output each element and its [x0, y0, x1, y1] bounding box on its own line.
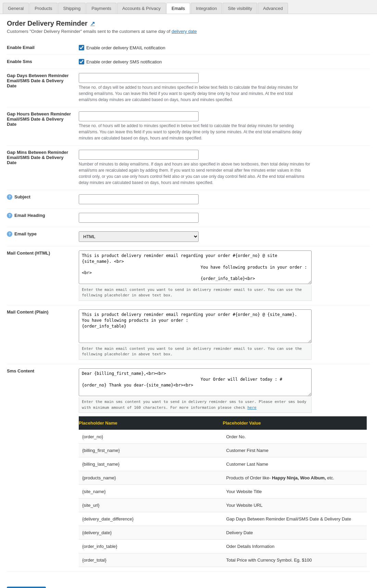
- tab-products[interactable]: Products: [29, 3, 57, 14]
- placeholder-value-cell: Customer Last Name: [223, 457, 367, 471]
- sms-content-desc-text: Enter the main sms content you want to s…: [82, 400, 306, 410]
- enable-email-checkbox-text: Enable order delivery EMAIL notification: [86, 45, 165, 50]
- mail-content-plain-textarea[interactable]: This is product delivery reminder email …: [79, 309, 312, 343]
- page-title-link[interactable]: ↗: [90, 20, 95, 27]
- placeholder-name-cell: {site_name}: [79, 485, 223, 499]
- gap-days-cell: 2 These no. of days will be added to hou…: [75, 69, 370, 107]
- placeholder-value-cell: Order No.: [223, 430, 367, 444]
- subject-help-icon[interactable]: ?: [7, 194, 12, 200]
- page-content: Order Delivery Reminder ↗ Customers "Ord…: [0, 14, 377, 577]
- enable-sms-cell: Enable order delivery SMS notification: [75, 55, 370, 69]
- settings-page: GeneralProductsShippingPaymentsAccounts …: [0, 0, 377, 588]
- placeholder-row: {billing_first_name}Customer First Name: [79, 444, 367, 457]
- placeholder-name-cell: {delivery_date}: [79, 526, 223, 540]
- email-type-cell: HTML Plain text Multipart: [75, 227, 370, 246]
- gap-mins-description: Number of minutes to delay email/sms. If…: [79, 161, 312, 186]
- mail-content-plain-label: Mail Content (Plain): [7, 305, 75, 364]
- placeholder-table: Placeholder Name Placeholder Value {orde…: [79, 416, 367, 567]
- email-type-row: ? Email type HTML Plain text Multipart: [7, 227, 370, 246]
- tab-shipping[interactable]: Shipping: [58, 3, 86, 14]
- placeholder-value-cell: Your Website URL: [223, 499, 367, 512]
- enable-sms-label: Enable Sms: [7, 55, 75, 69]
- enable-sms-checkbox-label[interactable]: Enable order delivery SMS notification: [79, 59, 367, 64]
- enable-email-row: Enable Email Enable order delivery EMAIL…: [7, 41, 370, 55]
- gap-mins-row: Gap Mins Between Reminder Email/SMS Date…: [7, 146, 370, 190]
- mail-content-html-desc: Enter the main email content you want to…: [79, 285, 312, 301]
- sms-content-desc: Enter the main sms content you want to s…: [79, 397, 312, 413]
- sms-content-textarea[interactable]: Dear {billing_first_name},<br><br> Your …: [79, 368, 312, 396]
- enable-email-checkbox[interactable]: [79, 45, 84, 50]
- enable-sms-checkbox-text: Enable order delivery SMS notification: [86, 59, 162, 64]
- gap-days-row: Gap Days Between Reminder Email/SMS Date…: [7, 69, 370, 107]
- email-heading-input[interactable]: Product Delivery Reminder: [79, 213, 199, 223]
- subtitle-link[interactable]: delivery date: [172, 29, 197, 34]
- email-heading-cell: Product Delivery Reminder: [75, 209, 370, 227]
- placeholder-value-cell: Products of Order like- Happy Ninja, Woo…: [223, 471, 367, 485]
- subject-label: ? Subject: [7, 190, 75, 209]
- gap-hours-row: Gap Hours Between Reminder Email/SMS Dat…: [7, 107, 370, 146]
- sms-content-cell: Dear {billing_first_name},<br><br> Your …: [75, 364, 370, 571]
- email-type-select[interactable]: HTML Plain text Multipart: [79, 231, 199, 242]
- gap-hours-cell: These no. of hours will be added to minu…: [75, 107, 370, 146]
- email-heading-row: ? Email Heading Product Delivery Reminde…: [7, 209, 370, 227]
- mail-content-plain-desc: Enter the main email content you want to…: [79, 344, 312, 360]
- settings-form-table: Enable Email Enable order delivery EMAIL…: [7, 41, 370, 572]
- email-type-help-icon[interactable]: ?: [7, 231, 12, 237]
- placeholder-row: {billing_last_name}Customer Last Name: [79, 457, 367, 471]
- tab-integration[interactable]: Integration: [191, 3, 222, 14]
- placeholder-row: {delivery_date_difference}Gap Days Betwe…: [79, 512, 367, 526]
- gap-mins-input[interactable]: [79, 150, 199, 160]
- gap-mins-label: Gap Mins Between Reminder Email/SMS Date…: [7, 146, 75, 190]
- placeholder-name-cell: {billing_first_name}: [79, 444, 223, 457]
- placeholder-value-cell: Your Website Title: [223, 485, 367, 499]
- placeholder-value-cell: Oder Details Information: [223, 540, 367, 553]
- email-type-label-text: Email type: [14, 231, 37, 236]
- tab-general[interactable]: General: [3, 3, 29, 14]
- placeholder-name-cell: {order_no}: [79, 430, 223, 444]
- enable-sms-checkbox[interactable]: [79, 59, 84, 64]
- placeholder-row: {order_no}Order No.: [79, 430, 367, 444]
- tab-site-visibility[interactable]: Site visibility: [223, 3, 257, 14]
- gap-days-label: Gap Days Between Reminder Email/SMS Date…: [7, 69, 75, 107]
- gap-mins-cell: Number of minutes to delay email/sms. If…: [75, 146, 370, 190]
- enable-sms-row: Enable Sms Enable order delivery SMS not…: [7, 55, 370, 69]
- save-changes-button[interactable]: Save changes: [7, 587, 46, 588]
- placeholder-name-cell: {delivery_date_difference}: [79, 512, 223, 526]
- placeholder-row: {products_name}Products of Order like- H…: [79, 471, 367, 485]
- placeholder-name-cell: {order_total}: [79, 553, 223, 567]
- placeholder-row: {order_total}Total Price with Currency S…: [79, 553, 367, 567]
- gap-hours-input[interactable]: [79, 111, 199, 121]
- placeholder-name-header: Placeholder Name: [79, 416, 223, 430]
- email-heading-help-icon[interactable]: ?: [7, 213, 12, 218]
- enable-email-cell: Enable order delivery EMAIL notification: [75, 41, 370, 55]
- subject-row: ? Subject Delivery Reminder {site_title}: [7, 190, 370, 209]
- email-type-label: ? Email type: [7, 227, 75, 246]
- tab-payments[interactable]: Payments: [86, 3, 116, 14]
- tab-accounts-privacy[interactable]: Accounts & Privacy: [117, 3, 166, 14]
- placeholder-row: {site_url}Your Website URL: [79, 499, 367, 512]
- placeholder-row: {order_info_table}Oder Details Informati…: [79, 540, 367, 553]
- mail-content-plain-row: Mail Content (Plain) This is product del…: [7, 305, 370, 364]
- sms-content-row: Sms Content Dear {billing_first_name},<b…: [7, 364, 370, 571]
- placeholder-name-cell: {products_name}: [79, 471, 223, 485]
- tab-emails[interactable]: Emails: [166, 3, 190, 14]
- mail-content-html-textarea[interactable]: This is product delivery reminder email …: [79, 250, 312, 284]
- subject-input[interactable]: Delivery Reminder {site_title}: [79, 194, 199, 204]
- sms-content-link[interactable]: here: [247, 405, 256, 410]
- mail-content-html-label: Mail Content (HTML): [7, 246, 75, 305]
- subject-cell: Delivery Reminder {site_title}: [75, 190, 370, 209]
- footer-bar: Save changes: [0, 577, 377, 588]
- page-title: Order Delivery Reminder ↗: [7, 20, 370, 27]
- placeholder-value-header: Placeholder Value: [223, 416, 367, 430]
- mail-content-html-cell: This is product delivery reminder email …: [75, 246, 370, 305]
- tabs-nav: GeneralProductsShippingPaymentsAccounts …: [0, 0, 377, 14]
- placeholder-row: {site_name}Your Website Title: [79, 485, 367, 499]
- placeholder-value-cell: Delivery Date: [223, 526, 367, 540]
- placeholder-value-cell: Gap Days Between Reminder Email/SMS Date…: [223, 512, 367, 526]
- placeholder-name-cell: {billing_last_name}: [79, 457, 223, 471]
- tab-advanced[interactable]: Advanced: [258, 3, 288, 14]
- enable-email-checkbox-label[interactable]: Enable order delivery EMAIL notification: [79, 45, 367, 50]
- sms-content-label: Sms Content: [7, 364, 75, 571]
- gap-days-input[interactable]: 2: [79, 73, 199, 83]
- page-subtitle: Customers "Order Delivery Reminder" emai…: [7, 29, 370, 34]
